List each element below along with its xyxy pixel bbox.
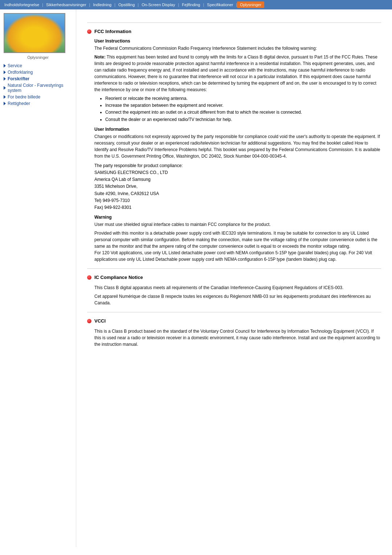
party-text: The party responsible for product compli… — [94, 162, 381, 169]
fcc-bullet-list: Reorient or relocate the receiving anten… — [94, 95, 381, 123]
address-block: The party responsible for product compli… — [94, 162, 381, 211]
sidebar-menu: Service Ordforklaring Forskrifter Natura… — [4, 63, 72, 106]
sidebar-item-naturalcolor[interactable]: Natural Color - Farvestyrings system — [4, 83, 72, 93]
sidebar-link-rettigheder[interactable]: Rettigheder — [8, 101, 30, 106]
note-label: Note: — [94, 54, 106, 60]
sidebar-link-forbedrebillede[interactable]: For bedre billede — [8, 94, 40, 100]
vcci-text: This is a Class B product based on the s… — [94, 328, 381, 348]
ic-bullet — [87, 275, 91, 280]
fcc-title: FCC Information — [94, 29, 131, 34]
sidebar-item-rettigheder[interactable]: Rettigheder — [4, 101, 72, 106]
ic-divider — [87, 312, 381, 312]
nav-indledning[interactable]: Indledning — [90, 3, 114, 7]
warning-text: User must use shielded signal interface … — [94, 221, 381, 228]
sidebar-item-forbedrebillede[interactable]: For bedre billede — [4, 94, 72, 100]
vcci-content: This is a Class B product based on the s… — [87, 328, 381, 348]
ic-content: This Class B digital apparatus meets all… — [87, 284, 381, 306]
arrow-icon — [4, 102, 6, 105]
sidebar-item-forskrifter[interactable]: Forskrifter — [4, 76, 72, 81]
nav-onscreen[interactable]: On-Screen Display — [139, 3, 178, 7]
nav-fejlfinding[interactable]: Fejlfinding — [179, 3, 203, 7]
fcc-bullet-item: Increase the separation between the equi… — [105, 102, 381, 109]
company-line-2: 3351 Michelson Drive, — [94, 183, 381, 190]
company-line-1: America QA Lab of Samsung — [94, 176, 381, 183]
arrow-icon — [4, 86, 6, 90]
arrow-icon — [4, 64, 6, 68]
sidebar-item-service[interactable]: Service — [4, 63, 72, 68]
nav-indholdsfortegnelse[interactable]: Indholdsfortegnelse — [1, 3, 42, 7]
vcci-section-heading: VCCI — [87, 318, 381, 324]
note-text: Note: This equipment has been tested and… — [94, 54, 381, 93]
user-information-text: Changes or modifications not expressly a… — [94, 133, 381, 159]
arrow-icon — [4, 70, 6, 74]
warning-heading: Warning — [94, 215, 381, 220]
fcc-bullet-item: Reorient or relocate the receiving anten… — [105, 95, 381, 102]
fcc-section-heading: FCC Information — [87, 29, 381, 34]
company-line-5: Fax) 949-922-8301 — [94, 204, 381, 211]
nav-sikkerhedsanvisninger[interactable]: Sikkerhedsanvisninger — [43, 3, 89, 7]
sidebar-image-label: Oplysninger — [4, 55, 72, 60]
top-divider — [87, 23, 381, 23]
ic-section-heading: IC Compliance Notice — [87, 275, 381, 280]
sidebar-link-ordforklaring[interactable]: Ordforklaring — [8, 70, 33, 75]
power-text: Provided with this monitor is a detachab… — [94, 230, 381, 263]
sidebar-image — [4, 13, 65, 53]
nav-specifikationer[interactable]: Specifikationer — [204, 3, 236, 7]
sidebar-image-inner — [4, 14, 65, 52]
sidebar-item-ordforklaring[interactable]: Ordforklaring — [4, 70, 72, 75]
sidebar: Oplysninger Service Ordforklaring Forskr… — [0, 9, 76, 547]
arrow-icon — [4, 77, 6, 81]
main-content: FCC Information User Instructions The Fe… — [76, 9, 392, 547]
ic-text1: This Class B digital apparatus meets all… — [94, 284, 381, 291]
sidebar-link-naturalcolor[interactable]: Natural Color - Farvestyrings system — [8, 83, 72, 93]
main-layout: Oplysninger Service Ordforklaring Forskr… — [0, 9, 392, 547]
fcc-bullet-item: Consult the dealer or an experienced rad… — [105, 116, 381, 123]
company-line-3: Suite #290, Irvine, CA92612 USA — [94, 190, 381, 197]
nav-oplysninger[interactable]: Oplysninger — [237, 1, 264, 8]
user-instructions-text: The Federal Communications Commission Ra… — [94, 45, 381, 52]
vcci-bullet — [87, 319, 91, 323]
user-information-heading: User Information — [94, 127, 381, 132]
vcci-title: VCCI — [94, 318, 106, 324]
ic-text2: Cet appareil Numérique de classe B respe… — [94, 293, 381, 306]
company-line-0: SAMSUNG ELECTRONICS CO., LTD — [94, 169, 381, 176]
top-nav: Indholdsfortegnelse | Sikkerhedsanvisnin… — [0, 0, 392, 9]
fcc-bullet — [87, 29, 91, 34]
fcc-bullet-item: Connect the equipment into an outlet on … — [105, 109, 381, 116]
company-line-4: Tel) 949-975-7310 — [94, 197, 381, 204]
nav-opstilling[interactable]: Opstilling — [115, 3, 138, 7]
sidebar-link-forskrifter[interactable]: Forskrifter — [8, 76, 29, 81]
sidebar-link-service[interactable]: Service — [8, 63, 22, 68]
note-body: This equipment has been tested and found… — [94, 54, 377, 92]
user-instructions-heading: User Instructions — [94, 39, 381, 44]
arrow-icon — [4, 95, 6, 99]
fcc-divider — [87, 268, 381, 269]
fcc-content: User Instructions The Federal Communicat… — [87, 39, 381, 263]
ic-title: IC Compliance Notice — [94, 275, 143, 280]
